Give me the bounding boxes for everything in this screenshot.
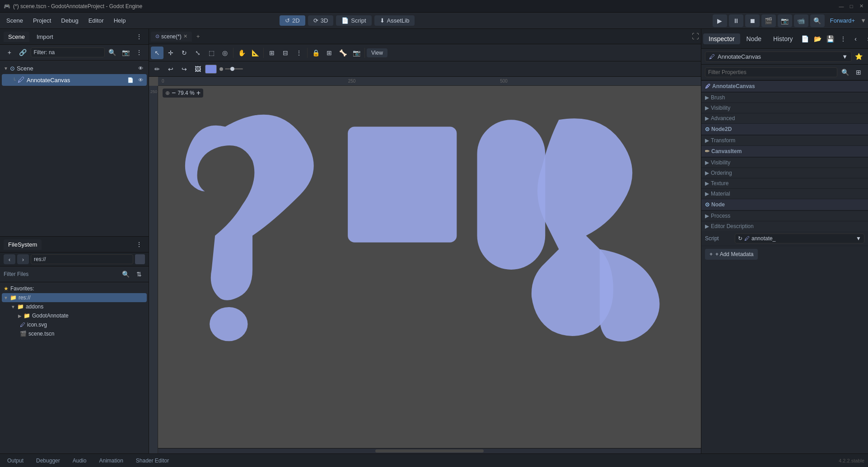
scene-filter-input[interactable]: [31, 47, 105, 57]
3d-mode-btn[interactable]: ⟳ 3D: [308, 15, 334, 26]
image-btn[interactable]: 🖼: [191, 63, 204, 75]
close-btn[interactable]: ✕: [858, 3, 864, 9]
section-node2d[interactable]: ⊙ Node2D: [701, 123, 868, 135]
scene-tab-close-btn[interactable]: ✕: [183, 33, 187, 39]
fs-search-btn[interactable]: 🔍: [120, 268, 131, 280]
fs-panel-more-btn[interactable]: ⋮: [133, 238, 145, 250]
menu-editor[interactable]: Editor: [84, 15, 108, 26]
tab-import[interactable]: Import: [32, 32, 58, 42]
menu-scene[interactable]: Scene: [2, 15, 28, 26]
profiler-btn[interactable]: 🔍: [810, 14, 825, 27]
bottom-tab-audio[interactable]: Audio: [69, 457, 90, 465]
inspector-open-btn[interactable]: 📂: [812, 33, 824, 45]
section-node[interactable]: ⊙ Node: [701, 199, 868, 210]
group-transform[interactable]: ▶ Transform: [701, 135, 868, 145]
scale-tool-btn[interactable]: ⤡: [191, 47, 204, 59]
rotate-tool-btn[interactable]: ↻: [178, 47, 191, 59]
group-ordering[interactable]: ▶ Ordering: [701, 168, 868, 178]
tab-filesystem[interactable]: FileSystem: [4, 239, 42, 250]
bone-btn[interactable]: 🦴: [336, 47, 349, 59]
fs-item-addons[interactable]: ▼ 📁 addons: [2, 302, 147, 311]
group-process[interactable]: ▶ Process: [701, 210, 868, 221]
inspector-back-btn[interactable]: ‹: [850, 33, 862, 45]
slider-track[interactable]: [225, 68, 243, 70]
group-editor-description[interactable]: ▶ Editor Description: [701, 221, 868, 231]
bottom-tab-output[interactable]: Output: [4, 457, 27, 465]
fullscreen-btn[interactable]: ⛶: [692, 33, 699, 41]
script-value[interactable]: ↻ 🖊 annotate_ ▼: [735, 234, 864, 243]
add-metadata-btn[interactable]: + + Add Metadata: [705, 249, 758, 260]
minimize-btn[interactable]: —: [838, 3, 845, 9]
fs-item-godotannotate[interactable]: ▶ 📁 GodotAnnotate: [2, 311, 147, 320]
group-brush[interactable]: ▶ Brush: [701, 92, 868, 103]
section-annotate-canvas[interactable]: 🖊 AnnotateCanvas: [701, 80, 868, 92]
group-material[interactable]: ▶ Material: [701, 188, 868, 199]
inspector-search-input[interactable]: [705, 67, 837, 77]
inspector-forward-btn[interactable]: ›: [863, 33, 868, 45]
zoom-out-btn[interactable]: −: [172, 89, 176, 97]
pause-btn[interactable]: ⏸: [729, 14, 743, 27]
play-scene-btn[interactable]: 🎬: [761, 14, 776, 27]
bottom-tab-debugger[interactable]: Debugger: [33, 457, 64, 465]
renderer-dropdown-icon[interactable]: ▼: [860, 17, 866, 24]
assetlib-mode-btn[interactable]: ⬇ AssetLib: [374, 15, 415, 26]
group-texture[interactable]: ▶ Texture: [701, 178, 868, 188]
redo-btn[interactable]: ↪: [178, 63, 191, 75]
view-menu-btn[interactable]: View: [367, 48, 387, 57]
tab-scene[interactable]: Scene: [4, 32, 29, 42]
group-btn[interactable]: ⊞: [323, 47, 336, 59]
inspector-new-script-btn[interactable]: 📄: [799, 33, 811, 45]
fs-back-btn[interactable]: ‹: [4, 254, 15, 264]
smart-snap-btn[interactable]: ⊟: [279, 47, 292, 59]
group-advanced[interactable]: ▶ Advanced: [701, 113, 868, 123]
movie-btn[interactable]: 📹: [794, 14, 808, 27]
select-rect-btn[interactable]: ⬚: [205, 47, 218, 59]
scene-root-visible-btn[interactable]: 👁: [136, 64, 145, 73]
tree-item-annotate-canvas[interactable]: └ 🖊 AnnotateCanvas 📄 👁: [2, 74, 147, 86]
canvas-scrollbar[interactable]: [158, 448, 701, 453]
capture-btn[interactable]: 📷: [778, 14, 792, 27]
ruler-btn[interactable]: 📐: [249, 47, 261, 59]
menu-project[interactable]: Project: [28, 15, 56, 26]
menu-debug[interactable]: Debug: [56, 15, 83, 26]
fs-display-btn[interactable]: [135, 254, 145, 264]
section-canvas-item[interactable]: ✏ CanvasItem: [701, 145, 868, 157]
fs-forward-btn[interactable]: ›: [17, 254, 29, 264]
bottom-tab-shader[interactable]: Shader Editor: [132, 457, 173, 465]
pencil-tool-btn[interactable]: ✏: [151, 63, 163, 75]
bottom-tab-animation[interactable]: Animation: [95, 457, 126, 465]
inspector-node-favorite-btn[interactable]: ⭐: [853, 51, 864, 62]
pivot-btn[interactable]: ◎: [219, 47, 231, 59]
snap-more-btn[interactable]: ⋮: [293, 47, 305, 59]
stop-btn[interactable]: ⏹: [745, 14, 760, 27]
menu-help[interactable]: Help: [109, 15, 131, 26]
slider-thumb[interactable]: [230, 67, 234, 71]
scene-panel-more-btn[interactable]: ⋮: [133, 31, 145, 42]
scrollbar-thumb[interactable]: [375, 449, 484, 453]
maximize-btn[interactable]: □: [848, 3, 854, 9]
select-tool-btn[interactable]: ↖: [151, 47, 163, 59]
grid-snap-btn[interactable]: ⊞: [266, 47, 278, 59]
tree-item-scene-root[interactable]: ▼ ⊙ Scene 👁: [2, 62, 147, 74]
color-picker-btn[interactable]: [205, 65, 217, 74]
move-tool-btn[interactable]: ✛: [164, 47, 177, 59]
annotate-script-btn[interactable]: 📄: [126, 75, 135, 84]
tab-inspector[interactable]: Inspector: [703, 33, 740, 44]
inspector-more-btn[interactable]: ⋮: [837, 33, 849, 45]
fs-item-scene[interactable]: 🎬 scene.tscn: [2, 329, 147, 338]
play-btn[interactable]: ▶: [713, 14, 727, 27]
scene-filter-search-btn[interactable]: 🔍: [107, 47, 118, 58]
scene-snapshot-btn[interactable]: 📷: [120, 47, 131, 58]
camera-btn[interactable]: 📷: [350, 47, 363, 59]
lock-btn[interactable]: 🔒: [309, 47, 322, 59]
script-mode-btn[interactable]: 📄 Script: [336, 15, 371, 26]
zoom-in-btn[interactable]: +: [196, 89, 201, 97]
annotate-visible-btn[interactable]: 👁: [136, 75, 145, 84]
add-node-btn[interactable]: +: [4, 47, 15, 58]
inspector-save-btn[interactable]: 💾: [825, 33, 836, 45]
inspector-columns-btn[interactable]: ⊞: [853, 66, 864, 78]
inspector-node-select[interactable]: 🖊 AnnotateCanvas ▼: [705, 51, 852, 62]
group-visibility-2[interactable]: ▶ Visibility: [701, 157, 868, 168]
fs-sort-btn[interactable]: ⇅: [133, 268, 145, 280]
tab-node[interactable]: Node: [741, 33, 767, 44]
